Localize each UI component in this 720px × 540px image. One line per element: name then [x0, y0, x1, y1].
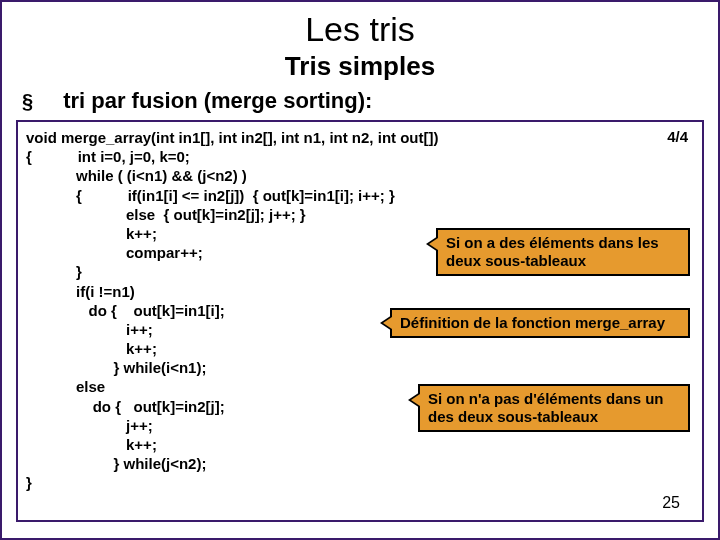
code-box: 4/4 void merge_array(int in1[], int in2[…	[16, 120, 704, 522]
slide-number: 25	[662, 494, 680, 512]
slide-subtitle: Tris simples	[16, 51, 704, 82]
callout-elements-one: Si on n'a pas d'éléments dans un des deu…	[418, 384, 690, 432]
callout-elements-both: Si on a des éléments dans les deux sous-…	[436, 228, 690, 276]
callout-definition: Définition de la fonction merge_array	[390, 308, 690, 338]
slide-title: Les tris	[16, 10, 704, 49]
bullet-text: tri par fusion (merge sorting):	[63, 88, 372, 114]
bullet-mark-icon: §	[22, 90, 33, 113]
slide: Les tris Tris simples § tri par fusion (…	[0, 0, 720, 540]
page-counter: 4/4	[667, 128, 688, 145]
bullet-row: § tri par fusion (merge sorting):	[16, 88, 704, 114]
